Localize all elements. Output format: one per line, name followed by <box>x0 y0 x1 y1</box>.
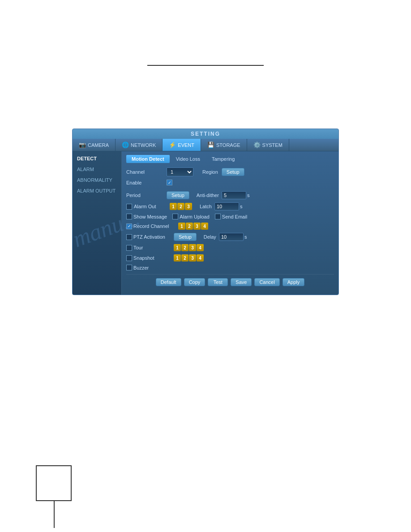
buzzer-checkbox[interactable] <box>126 265 132 270</box>
record-badge-2[interactable]: 2 <box>186 223 193 230</box>
ptz-setup-button[interactable]: Setup <box>174 233 197 241</box>
anti-dither-label: Anti-dither <box>197 193 219 198</box>
tab-event-label: EVENT <box>178 142 194 148</box>
sidebar-item-alarm-output[interactable]: ALARM OUTPUT <box>73 185 121 196</box>
record-badge-4[interactable]: 4 <box>201 223 208 230</box>
snapshot-badge-1[interactable]: 1 <box>174 254 181 262</box>
sub-tab-tampering[interactable]: Tampering <box>206 155 240 163</box>
anti-dither-unit: s <box>247 193 250 198</box>
nav-tabs: 📷 CAMERA 🌐 NETWORK ⚡ EVENT 💾 STORAGE ⚙️ … <box>73 139 338 151</box>
diagram-line <box>54 501 55 528</box>
alarm-out-badge-1[interactable]: 1 <box>170 203 177 210</box>
ptz-row: PTZ Activation Setup Delay s <box>126 233 334 241</box>
sub-tabs: Motion Detect Video Loss Tampering <box>126 155 334 163</box>
enable-checkbox[interactable] <box>167 180 172 185</box>
alarm-out-label: Alarm Out <box>134 204 170 209</box>
setting-panel: SETTING 📷 CAMERA 🌐 NETWORK ⚡ EVENT 💾 STO… <box>72 129 339 295</box>
sidebar-item-alarm[interactable]: ALARM <box>73 164 121 175</box>
content-area: Motion Detect Video Loss Tampering Chann… <box>122 151 338 295</box>
default-button[interactable]: Default <box>156 278 181 286</box>
sub-tab-video-loss[interactable]: Video Loss <box>171 155 206 163</box>
copy-button[interactable]: Copy <box>184 278 206 286</box>
save-button[interactable]: Save <box>231 278 252 286</box>
network-icon: 🌐 <box>122 142 129 148</box>
setting-title: SETTING <box>191 131 220 137</box>
delay-input[interactable] <box>219 233 244 241</box>
latch-label: Latch <box>200 204 212 209</box>
latch-unit: s <box>240 204 243 209</box>
tour-label: Tour <box>133 245 174 250</box>
send-email-label: Send Email <box>222 214 247 219</box>
sidebar-abnormality-label: ABNORMALITY <box>77 177 112 183</box>
sub-tab-motion-label: Motion Detect <box>132 156 164 162</box>
cancel-button[interactable]: Cancel <box>254 278 279 286</box>
alarm-upload-checkbox[interactable] <box>172 214 178 219</box>
channel-select[interactable]: 1 <box>167 167 193 176</box>
apply-button[interactable]: Apply <box>283 278 305 286</box>
main-content: DETECT ALARM ABNORMALITY ALARM OUTPUT Mo… <box>73 151 338 295</box>
tab-storage-label: STORAGE <box>216 142 240 148</box>
delay-label: Delay <box>204 234 216 240</box>
tour-badge-3[interactable]: 3 <box>189 244 196 251</box>
sub-tab-motion-detect[interactable]: Motion Detect <box>126 155 170 163</box>
alarm-out-badge-3[interactable]: 3 <box>185 203 192 210</box>
snapshot-badge-3[interactable]: 3 <box>189 254 196 262</box>
alarm-out-checkbox[interactable] <box>126 204 132 210</box>
footer-buttons: Default Copy Test Save Cancel Apply <box>126 274 334 291</box>
send-email-checkbox[interactable] <box>215 214 221 219</box>
tour-checkbox[interactable] <box>126 245 132 251</box>
record-channel-checkbox[interactable] <box>126 223 132 229</box>
tab-event[interactable]: ⚡ EVENT <box>163 139 201 151</box>
setting-title-bar: SETTING <box>73 129 338 139</box>
snapshot-row: Snapshot 1 2 3 4 <box>126 254 334 262</box>
show-message-checkbox[interactable] <box>126 214 132 219</box>
region-setup-button[interactable]: Setup <box>222 168 244 176</box>
diagram-box <box>36 465 72 501</box>
buzzer-row: Buzzer <box>126 265 334 270</box>
tour-badge-1[interactable]: 1 <box>174 244 181 251</box>
tab-camera-label: CAMERA <box>88 142 109 148</box>
sidebar-item-detect[interactable]: DETECT <box>73 153 121 164</box>
period-setup-button[interactable]: Setup <box>167 191 189 199</box>
camera-icon: 📷 <box>79 142 86 148</box>
system-icon: ⚙️ <box>253 142 261 148</box>
sidebar-item-abnormality[interactable]: ABNORMALITY <box>73 175 121 185</box>
sub-tab-video-loss-label: Video Loss <box>176 156 200 162</box>
period-row: Period Setup Anti-dither s <box>126 191 334 199</box>
alarm-out-badge-2[interactable]: 2 <box>177 203 184 210</box>
record-channel-row: Record Channel 1 2 3 4 <box>126 223 334 230</box>
tab-network-label: NETWORK <box>131 142 156 148</box>
snapshot-badge-4[interactable]: 4 <box>197 254 204 262</box>
ptz-activation-checkbox[interactable] <box>126 234 132 240</box>
ptz-activation-label: PTZ Activation <box>133 234 174 240</box>
delay-unit: s <box>244 234 247 240</box>
sidebar-alarm-label: ALARM <box>77 167 94 172</box>
tab-storage[interactable]: 💾 STORAGE <box>201 139 247 151</box>
channel-row: Channel 1 Region Setup <box>126 167 334 176</box>
show-message-label: Show Message <box>133 214 167 219</box>
tour-badge-2[interactable]: 2 <box>181 244 188 251</box>
tab-network[interactable]: 🌐 NETWORK <box>116 139 163 151</box>
snapshot-checkbox[interactable] <box>126 255 132 261</box>
tour-row: Tour 1 2 3 4 <box>126 244 334 251</box>
record-badge-3[interactable]: 3 <box>193 223 201 230</box>
page-container: SETTING 📷 CAMERA 🌐 NETWORK ⚡ EVENT 💾 STO… <box>0 0 411 532</box>
alarm-upload-label: Alarm Upload <box>180 214 210 219</box>
message-row: Show Message Alarm Upload Send Email <box>126 214 334 219</box>
anti-dither-input[interactable] <box>222 191 246 199</box>
bottom-diagram <box>36 465 72 528</box>
top-line <box>147 65 264 66</box>
record-badge-1[interactable]: 1 <box>178 223 185 230</box>
buzzer-label: Buzzer <box>133 265 174 270</box>
event-icon: ⚡ <box>169 142 176 148</box>
snapshot-badge-2[interactable]: 2 <box>181 254 188 262</box>
latch-input[interactable] <box>214 202 239 210</box>
sidebar-detect-label: DETECT <box>77 156 97 161</box>
tab-system[interactable]: ⚙️ SYSTEM <box>247 139 289 151</box>
tour-badge-4[interactable]: 4 <box>197 244 204 251</box>
tab-camera[interactable]: 📷 CAMERA <box>73 139 116 151</box>
sub-tab-tampering-label: Tampering <box>212 156 235 162</box>
test-button[interactable]: Test <box>208 278 228 286</box>
snapshot-label: Snapshot <box>133 255 174 261</box>
sidebar: DETECT ALARM ABNORMALITY ALARM OUTPUT <box>73 151 122 295</box>
